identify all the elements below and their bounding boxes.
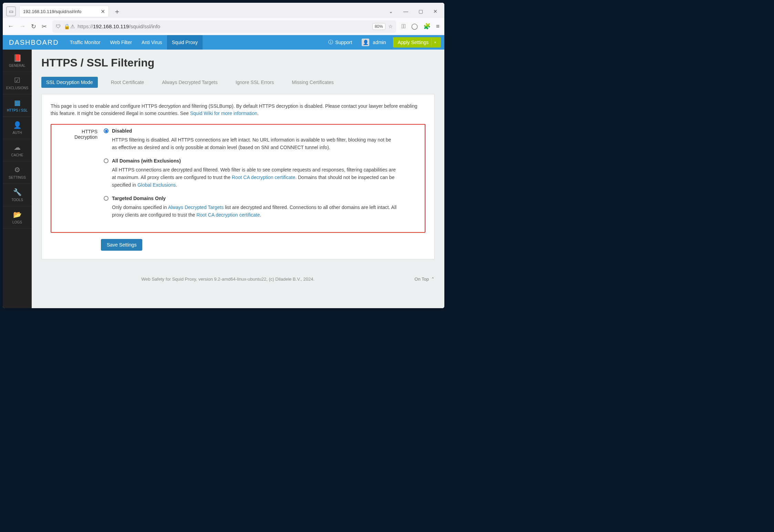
option-title: Targeted Domains Only bbox=[112, 196, 166, 201]
username: admin bbox=[373, 40, 386, 45]
intro-text: This page is used to enable and configur… bbox=[51, 103, 425, 117]
topnav-item-squid-proxy[interactable]: Squid Proxy bbox=[167, 35, 203, 50]
radio-button[interactable] bbox=[104, 158, 109, 163]
inline-link[interactable]: Global Exclusions bbox=[137, 182, 176, 188]
sidebar-item-label: CACHE bbox=[11, 153, 23, 157]
sidebar: 📕GENERAL☑EXCLUSIONS▦HTTPS / SSL👤AUTH☁CAC… bbox=[3, 50, 32, 308]
footer: Web Safety for Squid Proxy, version 9.2-… bbox=[41, 277, 435, 282]
option-description: HTTPS filtering is disabled. All HTTPS c… bbox=[112, 136, 397, 151]
restore-session-icon[interactable]: ▭ bbox=[6, 7, 16, 16]
zoom-level[interactable]: 80% bbox=[372, 23, 385, 30]
support-link[interactable]: ⓘ Support bbox=[323, 39, 357, 45]
url-text: https://192.168.10.119/squid/ssl/info bbox=[78, 23, 370, 29]
cloud-icon: ☁ bbox=[4, 143, 30, 152]
info-icon: ⓘ bbox=[328, 39, 333, 45]
topnav-item-web-filter[interactable]: Web Filter bbox=[105, 35, 137, 50]
brand[interactable]: DASHBOARD bbox=[3, 39, 65, 46]
book-icon: 📕 bbox=[4, 54, 30, 62]
tab-title: 192.168.10.119/squid/ssl/info bbox=[23, 9, 81, 14]
sidebar-item-https-ssl[interactable]: ▦HTTPS / SSL bbox=[3, 94, 32, 117]
topnav-item-traffic-monitor[interactable]: Traffic Monitor bbox=[65, 35, 105, 50]
browser-toolbar: ← → ↻ ✂ 🛡 🔒⚠ https://192.168.10.119/squi… bbox=[3, 18, 444, 35]
subtab-always-decrypted-targets[interactable]: Always Decrypted Targets bbox=[157, 77, 223, 88]
sidebar-item-exclusions[interactable]: ☑EXCLUSIONS bbox=[3, 72, 32, 94]
radio-button[interactable] bbox=[104, 196, 109, 201]
sidebar-item-label: EXCLUSIONS bbox=[6, 86, 28, 90]
browser-tab[interactable]: 192.168.10.119/squid/ssl/info ✕ bbox=[19, 6, 109, 17]
new-tab-button[interactable]: ＋ bbox=[112, 7, 122, 16]
reload-button[interactable]: ↻ bbox=[31, 23, 36, 30]
address-bar[interactable]: 🛡 🔒⚠ https://192.168.10.119/squid/ssl/in… bbox=[52, 20, 396, 33]
sidebar-item-auth[interactable]: 👤AUTH bbox=[3, 117, 32, 139]
sidebar-item-label: SETTINGS bbox=[9, 176, 26, 179]
menu-icon[interactable]: ≡ bbox=[436, 23, 440, 30]
folder-icon: 📂 bbox=[4, 210, 30, 219]
extensions-icon[interactable]: ✂ bbox=[42, 23, 47, 30]
option-all-domains-with-exclusions-: All Domains (with Exclusions)All HTTPS c… bbox=[104, 158, 397, 189]
wrench-icon: 🔧 bbox=[4, 188, 30, 196]
sidebar-item-label: HTTPS / SSL bbox=[7, 108, 28, 112]
check-icon: ☑ bbox=[4, 76, 30, 84]
content-panel: This page is used to enable and configur… bbox=[41, 94, 435, 259]
sidebar-item-label: LOGS bbox=[12, 220, 22, 224]
window-maximize-button[interactable]: ▢ bbox=[419, 9, 423, 14]
user-icon: 👤 bbox=[4, 121, 30, 129]
save-settings-button[interactable]: Save Settings bbox=[101, 239, 142, 251]
app: DASHBOARD Traffic MonitorWeb FilterAnti … bbox=[3, 35, 444, 308]
account-icon[interactable]: ◯ bbox=[411, 23, 418, 30]
apply-settings-button[interactable]: Apply Settings ▾ bbox=[393, 37, 441, 48]
bookmark-icon[interactable]: ☆ bbox=[388, 23, 393, 30]
sidebar-item-tools[interactable]: 🔧TOOLS bbox=[3, 184, 32, 206]
window-minimize-button[interactable]: — bbox=[403, 9, 408, 14]
inline-link[interactable]: Root CA decryption certificate bbox=[196, 212, 260, 218]
option-title: Disabled bbox=[112, 128, 132, 134]
subtab-ssl-decryption-mode[interactable]: SSL Decryption Mode bbox=[41, 77, 98, 88]
squid-wiki-link[interactable]: Squid Wiki for more information bbox=[190, 111, 257, 116]
option-title: All Domains (with Exclusions) bbox=[112, 158, 181, 164]
close-icon[interactable]: ✕ bbox=[101, 8, 105, 15]
chevron-down-icon[interactable]: ▾ bbox=[431, 39, 436, 46]
form-label: HTTPS Decryption bbox=[60, 128, 104, 226]
main-content: HTTPS / SSL Filtering SSL Decryption Mod… bbox=[32, 50, 444, 308]
option-description: Only domains specified in Always Decrypt… bbox=[112, 204, 397, 219]
page-title: HTTPS / SSL Filtering bbox=[41, 56, 435, 69]
sidebar-item-general[interactable]: 📕GENERAL bbox=[3, 50, 32, 72]
browser-window: ▭ 192.168.10.119/squid/ssl/info ✕ ＋ ⌄ — … bbox=[3, 3, 444, 308]
footer-text: Web Safety for Squid Proxy, version 9.2-… bbox=[41, 277, 414, 282]
subtab-root-certificate[interactable]: Root Certificate bbox=[106, 77, 149, 88]
top-nav: DASHBOARD Traffic MonitorWeb FilterAnti … bbox=[3, 35, 444, 50]
inline-link[interactable]: Always Decrypted Targets bbox=[168, 205, 224, 210]
inline-link[interactable]: Root CA decryption certificate bbox=[232, 175, 295, 180]
decryption-mode-form: HTTPS Decryption DisabledHTTPS filtering… bbox=[51, 124, 425, 233]
chevron-up-icon: ⌃ bbox=[431, 277, 435, 282]
forward-button: → bbox=[19, 23, 25, 30]
sidebar-item-cache[interactable]: ☁CACHE bbox=[3, 139, 32, 161]
pocket-icon[interactable]: ⌄⃝ bbox=[402, 23, 406, 30]
sidebar-item-logs[interactable]: 📂LOGS bbox=[3, 206, 32, 229]
sidebar-item-label: GENERAL bbox=[9, 64, 25, 67]
option-description: All HTTPS connections are decrypted and … bbox=[112, 166, 397, 189]
subtab-ignore-ssl-errors[interactable]: Ignore SSL Errors bbox=[231, 77, 279, 88]
tab-strip: ▭ 192.168.10.119/squid/ssl/info ✕ ＋ ⌄ — … bbox=[3, 3, 444, 18]
user-menu[interactable]: 👤 admin bbox=[357, 39, 391, 46]
tabs-dropdown-icon[interactable]: ⌄ bbox=[389, 9, 393, 14]
topnav-item-anti-virus[interactable]: Anti Virus bbox=[137, 35, 167, 50]
subtabs: SSL Decryption ModeRoot CertificateAlway… bbox=[41, 77, 435, 88]
grid-icon: ▦ bbox=[4, 98, 30, 107]
sidebar-item-label: AUTH bbox=[12, 131, 22, 135]
subtab-missing-certificates[interactable]: Missing Certificates bbox=[287, 77, 338, 88]
sidebar-item-label: TOOLS bbox=[11, 198, 23, 202]
shield-icon[interactable]: 🛡 bbox=[56, 23, 61, 29]
extensions-puzzle-icon[interactable]: 🧩 bbox=[423, 23, 431, 30]
back-button[interactable]: ← bbox=[8, 23, 14, 30]
radio-button[interactable] bbox=[104, 128, 109, 133]
gear-icon: ⚙ bbox=[4, 166, 30, 174]
option-targeted-domains-only: Targeted Domains OnlyOnly domains specif… bbox=[104, 196, 397, 219]
sidebar-item-settings[interactable]: ⚙SETTINGS bbox=[3, 161, 32, 184]
window-close-button[interactable]: ✕ bbox=[433, 9, 437, 14]
avatar-icon: 👤 bbox=[362, 39, 369, 46]
lock-warning-icon[interactable]: 🔒⚠ bbox=[64, 23, 75, 30]
on-top-link[interactable]: On Top ⌃ bbox=[414, 277, 435, 282]
option-disabled: DisabledHTTPS filtering is disabled. All… bbox=[104, 128, 397, 151]
